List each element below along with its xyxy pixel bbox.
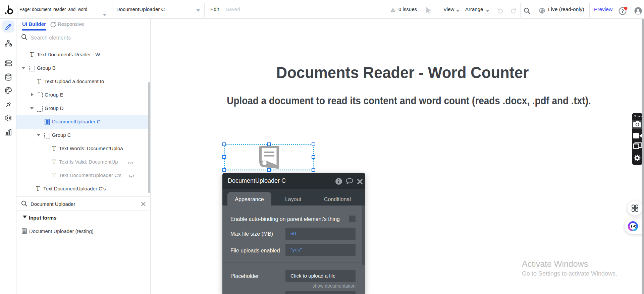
svg-text:?: ? bbox=[621, 8, 624, 14]
